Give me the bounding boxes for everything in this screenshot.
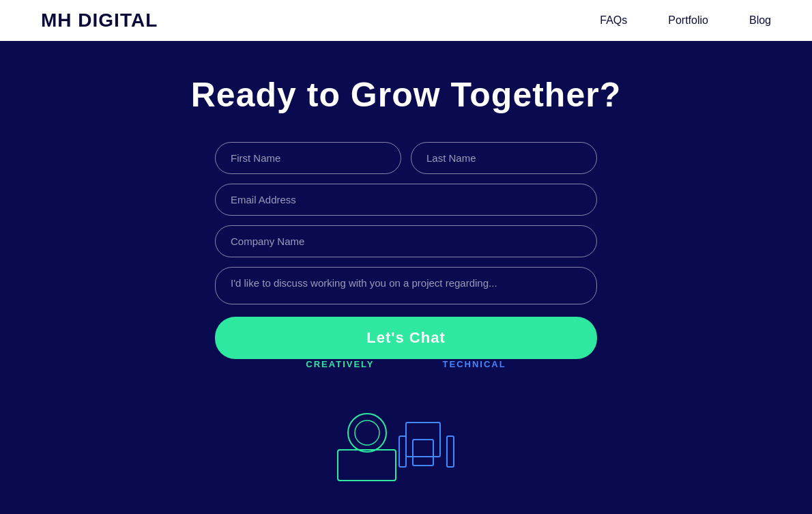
nav: FAQs Portfolio Blog xyxy=(600,14,771,27)
svg-rect-5 xyxy=(399,436,406,467)
name-row xyxy=(215,142,597,174)
svg-point-2 xyxy=(355,420,379,445)
email-input[interactable] xyxy=(215,184,597,216)
nav-blog[interactable]: Blog xyxy=(749,14,771,27)
illustration-labels: CREATIVELY TECHNICAL xyxy=(306,359,506,369)
svg-point-1 xyxy=(348,414,386,452)
illustration-svg xyxy=(331,402,481,484)
page-title: Ready to Grow Together? xyxy=(191,75,621,115)
main-content: Ready to Grow Together? Let's Chat CREAT… xyxy=(0,41,812,514)
nav-faqs[interactable]: FAQs xyxy=(600,14,627,27)
last-name-input[interactable] xyxy=(411,142,597,174)
svg-rect-6 xyxy=(447,436,454,467)
illustration-area xyxy=(306,402,506,484)
contact-form: Let's Chat xyxy=(215,142,597,359)
first-name-input[interactable] xyxy=(215,142,401,174)
svg-rect-0 xyxy=(338,450,396,481)
message-input[interactable] xyxy=(215,267,597,304)
svg-rect-4 xyxy=(413,440,433,466)
label-creatively: CREATIVELY xyxy=(306,359,374,369)
submit-button[interactable]: Let's Chat xyxy=(215,317,597,359)
label-technical: TECHNICAL xyxy=(443,359,506,369)
company-input[interactable] xyxy=(215,225,597,257)
header: MH DIGITAL FAQs Portfolio Blog xyxy=(0,0,812,41)
illustration-wrapper: CREATIVELY TECHNICAL xyxy=(306,359,506,484)
logo: MH DIGITAL xyxy=(41,10,158,31)
nav-portfolio[interactable]: Portfolio xyxy=(668,14,708,27)
